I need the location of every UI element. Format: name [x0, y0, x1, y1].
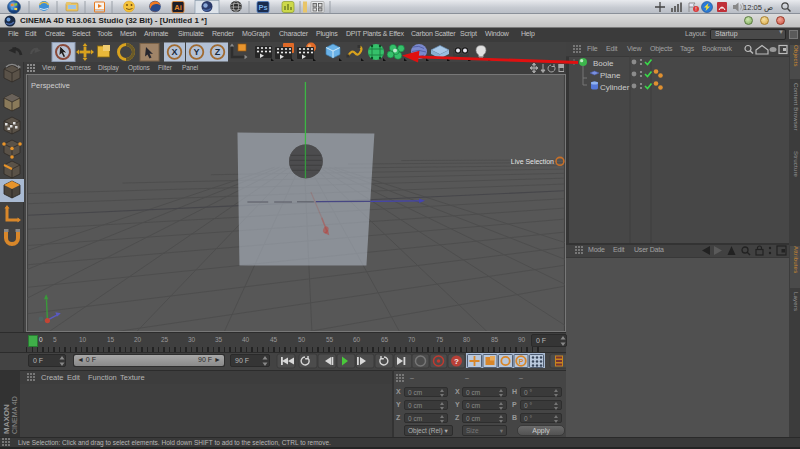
- svg-text:Cylinder: Cylinder: [600, 83, 630, 92]
- svg-text:MAXON: MAXON: [2, 404, 11, 434]
- svg-text:X: X: [171, 47, 177, 57]
- svg-text:Live Selection: Live Selection: [511, 158, 554, 165]
- svg-text:Z: Z: [215, 47, 221, 57]
- svg-text:Plane: Plane: [600, 71, 621, 80]
- svg-text:12:05 ص: 12:05 ص: [743, 3, 773, 12]
- svg-text:Y: Y: [193, 47, 199, 57]
- svg-text:Ps: Ps: [258, 3, 267, 12]
- svg-text:P: P: [519, 358, 524, 365]
- svg-text:Perspective: Perspective: [31, 81, 70, 90]
- svg-text:?: ?: [454, 357, 459, 366]
- svg-text:CINEMA 4D: CINEMA 4D: [11, 396, 18, 434]
- svg-text:Boole: Boole: [593, 59, 614, 68]
- svg-text:Ai: Ai: [174, 3, 182, 12]
